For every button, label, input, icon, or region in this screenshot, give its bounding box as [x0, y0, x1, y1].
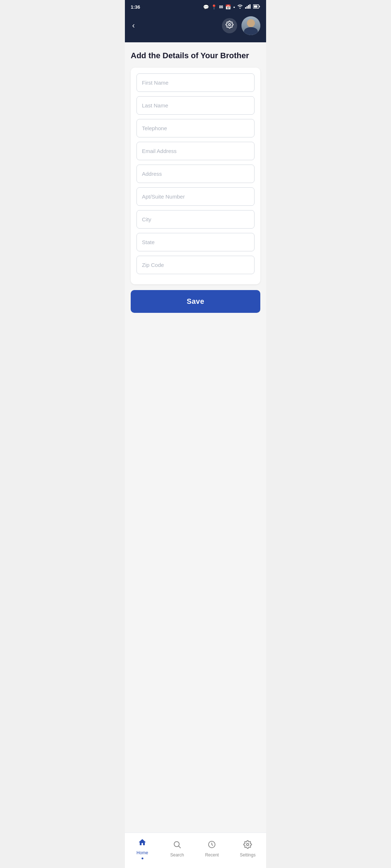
- settings-icon: [243, 840, 252, 851]
- avatar-figure: [241, 16, 260, 35]
- header-right: [222, 16, 260, 35]
- search-label: Search: [170, 852, 184, 858]
- svg-point-8: [174, 842, 179, 847]
- input-state[interactable]: [136, 233, 255, 251]
- svg-rect-2: [248, 5, 249, 9]
- svg-rect-5: [254, 5, 257, 8]
- form-field-last-name: [136, 96, 255, 115]
- nav-item-settings[interactable]: Settings: [234, 839, 261, 859]
- input-zip-code[interactable]: [136, 256, 255, 274]
- svg-rect-1: [247, 6, 248, 9]
- svg-point-7: [228, 24, 231, 26]
- form-field-city: [136, 210, 255, 229]
- wifi-icon: [237, 4, 243, 10]
- save-button[interactable]: Save: [131, 290, 260, 313]
- gmail-icon: ✉: [219, 4, 223, 10]
- svg-rect-3: [249, 4, 251, 9]
- home-icon: [138, 838, 147, 849]
- battery-icon: [253, 4, 260, 10]
- form-container: [131, 68, 260, 284]
- nav-item-home[interactable]: Home: [130, 837, 155, 861]
- settings-label: Settings: [240, 852, 256, 858]
- messenger-icon: 💬: [203, 4, 209, 10]
- gear-button[interactable]: [222, 18, 237, 33]
- recent-icon: [207, 840, 216, 851]
- search-icon: [173, 840, 181, 851]
- input-first-name[interactable]: [136, 73, 255, 92]
- active-dot: [142, 858, 143, 859]
- input-address[interactable]: [136, 165, 255, 183]
- form-field-state: [136, 233, 255, 251]
- page-title: Add the Details of Your Brother: [131, 51, 260, 60]
- header: ‹: [125, 13, 266, 42]
- input-telephone[interactable]: [136, 119, 255, 137]
- back-button[interactable]: ‹: [131, 20, 136, 32]
- bottom-nav: Home Search Recent Settings: [125, 833, 266, 868]
- input-last-name[interactable]: [136, 96, 255, 115]
- signal-icon: [245, 4, 251, 10]
- home-label: Home: [136, 850, 148, 855]
- svg-line-9: [179, 846, 181, 848]
- form-field-address: [136, 165, 255, 183]
- dot-icon: •: [233, 4, 235, 10]
- form-field-telephone: [136, 119, 255, 137]
- main-content: Add the Details of Your Brother Save: [125, 42, 266, 833]
- input-city[interactable]: [136, 210, 255, 229]
- location-icon: 📍: [211, 4, 217, 10]
- form-field-first-name: [136, 73, 255, 92]
- form-field-apt-suite-number: [136, 187, 255, 206]
- input-email-address[interactable]: [136, 142, 255, 160]
- form-field-zip-code: [136, 256, 255, 274]
- avatar-head: [247, 19, 255, 27]
- avatar: [241, 16, 260, 35]
- svg-rect-6: [259, 6, 260, 7]
- svg-rect-0: [245, 7, 246, 9]
- status-icons: 💬 📍 ✉ 📅 •: [203, 4, 260, 10]
- status-time: 1:36: [131, 4, 140, 10]
- status-bar: 1:36 💬 📍 ✉ 📅 •: [125, 0, 266, 13]
- nav-item-recent[interactable]: Recent: [199, 839, 224, 859]
- svg-point-11: [247, 843, 249, 846]
- avatar-body: [244, 27, 258, 35]
- gear-icon: [226, 21, 234, 31]
- calendar-icon: 📅: [225, 4, 231, 10]
- recent-label: Recent: [205, 852, 219, 858]
- nav-item-search[interactable]: Search: [164, 839, 190, 859]
- form-field-email-address: [136, 142, 255, 160]
- input-apt-suite-number[interactable]: [136, 187, 255, 206]
